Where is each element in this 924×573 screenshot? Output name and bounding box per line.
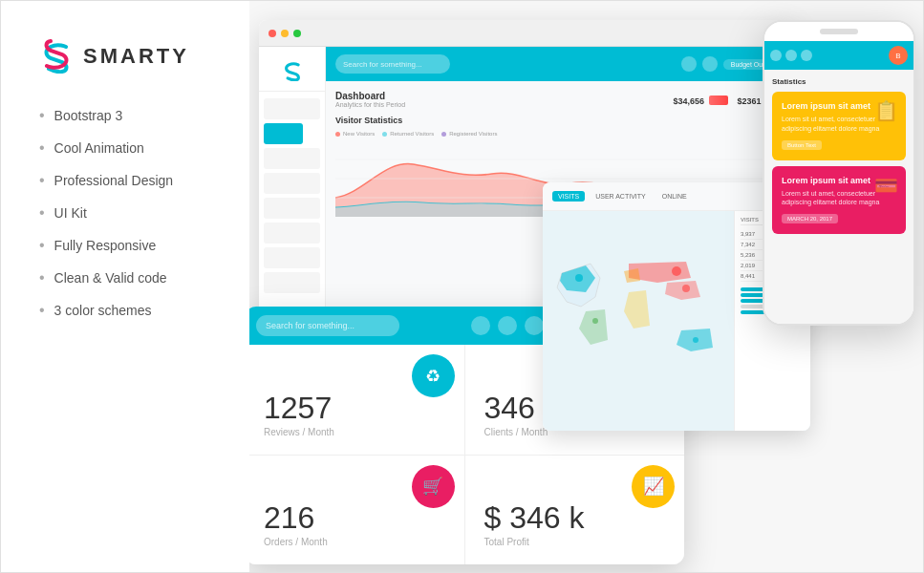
phone-avatar: B <box>889 46 908 65</box>
tablet-search-text: Search for something... <box>266 321 355 330</box>
phone-notch <box>764 22 913 41</box>
legend-registered: Registered Visitors <box>441 131 497 137</box>
feature-label-0: Bootstrap 3 <box>54 108 123 123</box>
stat-balance: $34,656 <box>674 91 728 108</box>
legend-dot-returned <box>382 132 387 137</box>
bullet-6: • <box>39 303 45 318</box>
map-tab-2[interactable]: ONLINE <box>656 191 693 202</box>
dash-menu-item-3 <box>264 148 320 169</box>
phone-icon-1 <box>770 50 782 61</box>
feature-list: • Bootstrap 3 • Cool Animation • Profess… <box>39 108 221 318</box>
svg-point-5 <box>682 285 690 292</box>
logo-text: SMARTY <box>83 44 189 69</box>
feature-item-3: • UI Kit <box>39 205 221 221</box>
legend-label-returned: Returned Visitors <box>390 131 434 137</box>
world-map-svg <box>543 211 734 431</box>
left-panel: SMARTY • Bootstrap 3 • Cool Animation • … <box>1 1 249 573</box>
topnav-search[interactable]: Search for something... <box>335 54 450 74</box>
dash-title: Dashboard <box>335 91 405 101</box>
feature-item-6: • 3 color schemes <box>39 303 221 318</box>
feature-label-3: UI Kit <box>54 205 87 221</box>
phone-icon-3 <box>801 50 812 61</box>
feature-label-4: Fully Responsive <box>54 238 157 253</box>
dash-title-group: Dashboard Analytics for this Period <box>335 91 405 108</box>
feature-item-2: • Professional Design <box>39 173 221 188</box>
main-container: SMARTY • Bootstrap 3 • Cool Animation • … <box>1 1 924 573</box>
search-text: Search for something... <box>343 60 422 69</box>
dash-menu-item-6 <box>264 223 320 244</box>
legend-label-new: New Visitors <box>343 131 375 137</box>
tablet-icon-3 <box>525 316 544 335</box>
card-num-3: $ 346 k <box>484 502 666 533</box>
legend-dot-registered <box>441 132 446 137</box>
dash-menu-item-8 <box>264 272 320 293</box>
card-label-0: Reviews / Month <box>264 427 445 437</box>
feature-label-5: Clean & Valid code <box>54 270 167 286</box>
dash-topnav: Search for something... Budget Outlook <box>326 47 794 81</box>
balance-value: $34,656 <box>674 96 705 106</box>
bullet-3: • <box>39 205 45 221</box>
legend-row: New Visitors Returned Visitors Registere… <box>335 131 784 137</box>
map-tab-1[interactable]: USER ACTIVITY <box>590 191 652 202</box>
topnav-icon-1 <box>681 56 697 72</box>
card-icon-2: 🛒 <box>412 465 455 508</box>
map-row-label-4: 8,441 <box>741 273 755 279</box>
map-row-label-1: 7,342 <box>741 242 755 247</box>
legend-new: New Visitors <box>335 131 375 137</box>
dash-menu-item-2 <box>264 123 303 144</box>
legend-label-registered: Registered Visitors <box>449 131 497 137</box>
feature-label-2: Professional Design <box>54 173 174 188</box>
svg-point-7 <box>592 318 598 324</box>
svg-point-3 <box>575 274 583 282</box>
right-panel: Search for something... Budget Outlook D… <box>249 1 924 573</box>
phone-icon-2 <box>785 50 797 61</box>
dash-sidebar <box>259 47 326 345</box>
phone-card-0: 📋 Lorem ipsum sit amet Lorem sit ut amet… <box>772 92 906 160</box>
feature-item-5: • Clean & Valid code <box>39 270 221 286</box>
visitor-title: Visitor Statistics <box>335 116 784 125</box>
feature-item-1: • Cool Animation <box>39 140 221 156</box>
map-visual <box>543 211 734 431</box>
bullet-5: • <box>39 270 45 286</box>
dash-menu-item-1 <box>264 98 320 119</box>
feature-item-4: • Fully Responsive <box>39 238 221 253</box>
bullet-2: • <box>39 173 45 188</box>
phone-title: Statistics <box>772 77 906 86</box>
bullet-4: • <box>39 238 45 253</box>
card-num-2: 216 <box>264 502 445 533</box>
phone-card-1: 💳 Lorem ipsum sit amet Lorem sit ut amet… <box>772 166 906 235</box>
map-tab-0[interactable]: VISITS <box>552 191 585 202</box>
phone-card-btn-0[interactable]: Button Text <box>782 140 822 150</box>
dash-menu-item-7 <box>264 247 320 268</box>
tablet-icon-2 <box>498 316 517 335</box>
dot-yellow <box>281 30 289 37</box>
title-row: Dashboard Analytics for this Period $34,… <box>335 91 784 108</box>
balance-chart <box>709 96 728 105</box>
map-row-label-0: 3,937 <box>741 231 755 237</box>
logo-icon <box>39 39 74 74</box>
tablet-card-2: 🛒 216 Orders / Month <box>249 456 464 565</box>
tablet-search[interactable]: Search for something... <box>256 315 399 336</box>
browser-bar <box>259 20 794 47</box>
orders-value: $2361 <box>738 96 762 106</box>
dash-menu-item-4 <box>264 173 320 194</box>
bullet-0: • <box>39 108 45 123</box>
phone-body: Statistics 📋 Lorem ipsum sit amet Lorem … <box>764 70 913 324</box>
tablet-card-3: 📈 $ 346 k Total Profit <box>465 456 685 565</box>
feature-label-6: 3 color schemes <box>54 303 152 318</box>
legend-returned: Returned Visitors <box>382 131 434 137</box>
map-row-label-2: 5,236 <box>741 252 755 258</box>
map-row-label-3: 2,019 <box>741 263 755 268</box>
card-num-0: 1257 <box>264 393 445 423</box>
tablet-card-0: ♻ 1257 Reviews / Month <box>249 345 464 455</box>
card-icon-3: 📈 <box>632 465 675 508</box>
sidebar-logo <box>259 54 325 92</box>
phone-topnav: B <box>764 41 913 70</box>
feature-label-1: Cool Animation <box>54 140 144 156</box>
phone-card-btn-1[interactable]: MARCH 20, 2017 <box>782 214 838 223</box>
phone-speaker <box>820 29 858 34</box>
svg-point-4 <box>672 266 681 276</box>
bullet-1: • <box>39 140 45 156</box>
logo: SMARTY <box>39 39 221 74</box>
tablet-icon-1 <box>471 316 490 335</box>
